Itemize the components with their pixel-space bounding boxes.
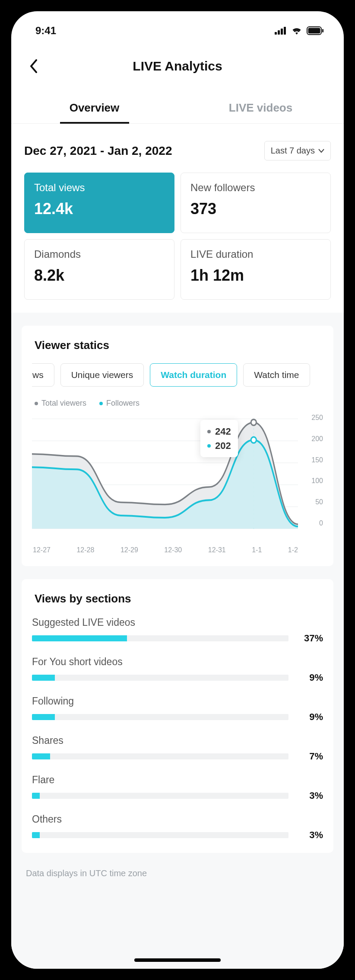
progress-track (32, 675, 288, 681)
section-percent: 37% (298, 633, 323, 644)
progress-track (32, 635, 288, 641)
stat-value: 373 (190, 200, 321, 218)
chevron-left-icon (29, 59, 38, 73)
section-label: Flare (32, 774, 323, 786)
section-label: For You short videos (32, 656, 323, 668)
chip-watch-time[interactable]: Watch time (243, 363, 310, 387)
x-axis-labels: 12-2712-2812-2912-3012-311-11-2 (32, 544, 323, 554)
stat-card-new-followers[interactable]: New followers 373 (181, 173, 331, 233)
battery-icon (307, 26, 324, 35)
tab-live-videos[interactable]: LIVE videos (178, 93, 344, 123)
chart-legend: Total viewers Followers (32, 399, 323, 408)
stat-label: Total views (34, 182, 165, 194)
progress-fill (32, 675, 55, 681)
legend-label: Followers (106, 399, 139, 408)
tooltip-value: 202 (215, 439, 231, 453)
svg-rect-1 (278, 30, 280, 35)
tab-overview[interactable]: Overview (11, 93, 178, 123)
viewer-stats-title: Viewer statics (32, 339, 323, 352)
section-row: Shares 7% (32, 735, 323, 762)
chevron-down-icon (318, 149, 324, 153)
page-title: LIVE Analytics (11, 59, 344, 74)
stat-value: 12.4k (34, 200, 165, 218)
header: LIVE Analytics (11, 50, 344, 82)
svg-rect-2 (281, 29, 283, 35)
chip-label: Watch duration (161, 370, 226, 380)
section-row: Following 9% (32, 695, 323, 723)
svg-point-15 (251, 437, 256, 443)
section-label: Suggested LIVE videos (32, 617, 323, 628)
progress-track (32, 714, 288, 720)
section-label: Following (32, 695, 323, 707)
stat-card-live-duration[interactable]: LIVE duration 1h 12m (181, 239, 331, 300)
section-label: Others (32, 813, 323, 825)
section-percent: 7% (298, 751, 323, 762)
tabs: Overview LIVE videos (11, 93, 344, 124)
status-icons (275, 26, 324, 35)
chip-label: Watch time (254, 370, 299, 380)
stat-label: Diamonds (34, 248, 165, 260)
legend-followers: Followers (99, 399, 139, 408)
section-row: Flare 3% (32, 774, 323, 801)
legend-total-viewers: Total viewers (35, 399, 86, 408)
stat-label: New followers (190, 182, 321, 194)
line-chart[interactable]: 242 202 250200150100500 (32, 414, 323, 544)
chip-label: Unique viewers (71, 370, 133, 380)
progress-fill (32, 753, 50, 759)
status-bar: 9:41 (11, 11, 344, 50)
svg-rect-0 (275, 32, 277, 35)
dot-icon (207, 444, 211, 448)
svg-rect-3 (284, 27, 286, 35)
views-by-sections-panel: Views by sections Suggested LIVE videos … (22, 579, 333, 853)
progress-track (32, 832, 288, 838)
viewer-stats-panel: Viewer statics Views Unique viewers Watc… (22, 326, 333, 566)
tab-label: LIVE videos (229, 101, 292, 114)
chip-unique-viewers[interactable]: Unique viewers (60, 363, 144, 387)
status-time: 9:41 (35, 25, 56, 37)
back-button[interactable] (22, 55, 45, 77)
progress-track (32, 793, 288, 799)
stat-value: 8.2k (34, 266, 165, 285)
stat-card-diamonds[interactable]: Diamonds 8.2k (24, 239, 174, 300)
svg-rect-5 (308, 28, 320, 34)
cellular-signal-icon (275, 27, 287, 35)
views-by-sections-list: Suggested LIVE videos 37% For You short … (32, 617, 323, 841)
dot-icon (207, 430, 211, 433)
date-range-text: Dec 27, 2021 - Jan 2, 2022 (24, 144, 172, 158)
progress-fill (32, 635, 127, 641)
section-percent: 9% (298, 711, 323, 723)
section-percent: 3% (298, 829, 323, 841)
legend-dot-icon (99, 402, 103, 405)
footnote: Data displays in UTC time zone (11, 853, 344, 904)
section-percent: 3% (298, 790, 323, 801)
tooltip-value: 242 (215, 424, 231, 439)
section-percent: 9% (298, 672, 323, 683)
chip-label: Views (32, 370, 44, 380)
home-indicator[interactable] (134, 958, 221, 962)
metric-chip-row: Views Unique viewers Watch duration Watc… (32, 363, 323, 387)
views-by-sections-title: Views by sections (32, 592, 323, 605)
chart-tooltip: 242 202 (200, 420, 238, 457)
legend-dot-icon (35, 402, 38, 405)
progress-fill (32, 793, 40, 799)
tab-label: Overview (70, 101, 120, 114)
section-row: Suggested LIVE videos 37% (32, 617, 323, 644)
date-range-picker[interactable]: Last 7 days (264, 141, 331, 160)
progress-track (32, 753, 288, 759)
svg-rect-6 (322, 29, 323, 32)
y-axis-labels: 250200150100500 (298, 414, 323, 544)
legend-label: Total viewers (41, 399, 86, 408)
svg-point-14 (251, 420, 256, 426)
chip-views[interactable]: Views (32, 363, 54, 387)
stat-value: 1h 12m (190, 266, 321, 285)
stat-card-total-views[interactable]: Total views 12.4k (24, 173, 174, 233)
section-row: Others 3% (32, 813, 323, 841)
chip-watch-duration[interactable]: Watch duration (150, 363, 237, 387)
stats-grid: Total views 12.4k New followers 373 Diam… (11, 173, 344, 313)
date-range-picker-label: Last 7 days (271, 146, 315, 156)
stat-label: LIVE duration (190, 248, 321, 260)
date-row: Dec 27, 2021 - Jan 2, 2022 Last 7 days (11, 124, 344, 173)
progress-fill (32, 832, 40, 838)
wifi-icon (291, 26, 302, 35)
section-row: For You short videos 9% (32, 656, 323, 683)
